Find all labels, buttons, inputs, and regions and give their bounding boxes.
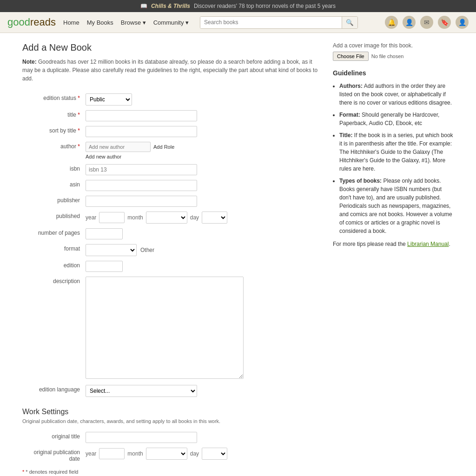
guideline-format: Format: Should generally be Hardcover, P…	[339, 111, 454, 127]
original-year-input[interactable]	[99, 448, 125, 459]
edition-language-select[interactable]: Select... English French German Spanish	[86, 385, 197, 397]
format-inputs: Hardcover Paperback Audio CD Ebook Other…	[86, 244, 316, 256]
note-prefix: Note:	[22, 59, 37, 65]
original-day-select[interactable]	[202, 448, 227, 460]
banner-text: Discover readers' 78 top horror novels o…	[194, 3, 336, 9]
author-row: author * Add Role Add new author	[22, 139, 319, 162]
nav-icons: 🔔 👤 ✉ 🔖 👤	[385, 16, 469, 29]
format-other-text: Other	[140, 247, 154, 253]
librarian-manual-link[interactable]: Librarian Manual	[407, 241, 449, 247]
nav-my-books[interactable]: My Books	[87, 19, 113, 26]
banner-title: Chills & Thrills	[151, 3, 190, 9]
guidelines-title: Guidelines	[333, 68, 454, 78]
published-inputs: year month JanuaryFebruaryMarch AprilMay…	[86, 212, 316, 224]
friends-icon[interactable]: 👤	[403, 16, 416, 29]
publisher-label: publisher	[22, 193, 83, 209]
edition-status-select[interactable]: Public Private	[86, 93, 132, 106]
nav-community[interactable]: Community ▾	[153, 19, 189, 26]
format-row: format Hardcover Paperback Audio CD Eboo…	[22, 242, 319, 258]
original-title-label: original title	[22, 430, 83, 445]
edition-label: edition	[22, 258, 83, 274]
author-input[interactable]	[86, 142, 151, 152]
guideline-types-text: Please only add books. Books generally h…	[339, 178, 452, 234]
nav-links: Home My Books Browse ▾ Community ▾	[63, 19, 189, 26]
asin-row: asin	[22, 178, 319, 193]
description-textarea[interactable]	[86, 277, 244, 379]
choose-file-area: Choose File No file chosen	[333, 52, 403, 61]
format-label: format	[22, 242, 83, 258]
published-row: published year month JanuaryFebruaryMarc…	[22, 209, 319, 226]
author-input-row: Add Role	[86, 142, 316, 152]
author-field: Add Role Add new author	[83, 139, 319, 162]
number-of-pages-input[interactable]	[86, 228, 123, 239]
edition-input[interactable]	[86, 261, 123, 272]
nav-browse[interactable]: Browse ▾	[121, 19, 146, 26]
main-container: Add a New Book Note: Goodreads has over …	[15, 33, 461, 476]
original-pub-date-inputs: year month JanuaryFebruaryMarch AprilMay…	[86, 448, 316, 460]
search-box: 🔍	[200, 16, 358, 29]
month-select[interactable]: JanuaryFebruaryMarch AprilMayJune JulyAu…	[146, 212, 187, 224]
isbn-row: isbn	[22, 162, 319, 178]
guidelines: Guidelines Authors: Add authors in the o…	[333, 68, 454, 248]
guideline-title: Title: If the book is in a series, put w…	[339, 131, 454, 173]
original-title-field	[83, 430, 319, 445]
day-select[interactable]	[202, 212, 227, 224]
add-new-author-link[interactable]: Add new author	[86, 154, 316, 159]
guideline-authors-term: Authors:	[339, 83, 363, 89]
no-file-text: No file chosen	[371, 53, 404, 59]
book-form: edition status * Public Private title *	[22, 91, 319, 399]
search-button[interactable]: 🔍	[342, 17, 357, 28]
user-profile-icon[interactable]: 👤	[456, 16, 469, 29]
note-text: Note: Goodreads has over 12 million book…	[22, 58, 319, 83]
banner-icon: 📖	[140, 3, 147, 9]
author-label: author *	[22, 139, 83, 162]
description-field	[83, 274, 319, 383]
cover-area: Add a cover image for this book. Choose …	[333, 42, 454, 61]
asin-input[interactable]	[86, 180, 197, 191]
note-body: Goodreads has over 12 million books in i…	[22, 59, 317, 82]
number-of-pages-row: number of pages	[22, 226, 319, 242]
original-pub-date-field: year month JanuaryFebruaryMarch AprilMay…	[83, 445, 319, 464]
original-pub-date-label: original publication date	[22, 445, 83, 464]
site-logo[interactable]: goodreads	[7, 16, 56, 28]
title-input[interactable]	[86, 110, 197, 121]
title-row: title *	[22, 108, 319, 124]
original-title-input[interactable]	[86, 432, 197, 443]
sort-by-title-label: sort by title *	[22, 124, 83, 139]
isbn-label: isbn	[22, 162, 83, 178]
isbn-input[interactable]	[86, 164, 197, 175]
sort-by-title-field	[83, 124, 319, 139]
add-role-link[interactable]: Add Role	[153, 144, 174, 150]
sort-by-title-input[interactable]	[86, 126, 197, 137]
navbar: goodreads Home My Books Browse ▾ Communi…	[0, 12, 476, 33]
guideline-types: Types of books: Please only add books. B…	[339, 177, 454, 235]
search-input[interactable]	[200, 17, 342, 28]
guidelines-list: Authors: Add authors in the order they a…	[333, 82, 454, 235]
updates-icon[interactable]: 🔖	[438, 16, 451, 29]
top-banner: 📖 Chills & Thrills Discover readers' 78 …	[0, 0, 476, 12]
messages-icon[interactable]: ✉	[420, 16, 433, 29]
notifications-icon[interactable]: 🔔	[385, 16, 398, 29]
asin-field	[83, 178, 319, 193]
published-field: year month JanuaryFebruaryMarch AprilMay…	[83, 209, 319, 226]
original-title-row: original title	[22, 430, 319, 445]
required-star: *	[78, 95, 80, 101]
choose-file-button[interactable]: Choose File	[333, 52, 369, 61]
nav-home[interactable]: Home	[63, 19, 79, 26]
form-section: Add a New Book Note: Goodreads has over …	[22, 42, 319, 476]
original-month-select[interactable]: JanuaryFebruaryMarch AprilMayJune JulyAu…	[146, 448, 187, 460]
edition-language-field: Select... English French German Spanish	[83, 383, 319, 399]
edition-row: edition	[22, 258, 319, 274]
edition-status-row: edition status * Public Private	[22, 91, 319, 108]
original-pub-date-row: original publication date year month Jan…	[22, 445, 319, 464]
required-note: * * denotes required field	[22, 469, 319, 475]
published-label: published	[22, 209, 83, 226]
format-select[interactable]: Hardcover Paperback Audio CD Ebook Other	[86, 244, 137, 256]
page-title: Add a New Book	[22, 42, 319, 53]
guideline-authors: Authors: Add authors in the order they a…	[339, 82, 454, 107]
description-label: description	[22, 274, 83, 383]
year-input[interactable]	[99, 212, 125, 223]
publisher-input[interactable]	[86, 196, 197, 207]
cover-label: Add a cover image for this book.	[333, 42, 454, 49]
work-settings-form: original title original publication date…	[22, 430, 319, 464]
